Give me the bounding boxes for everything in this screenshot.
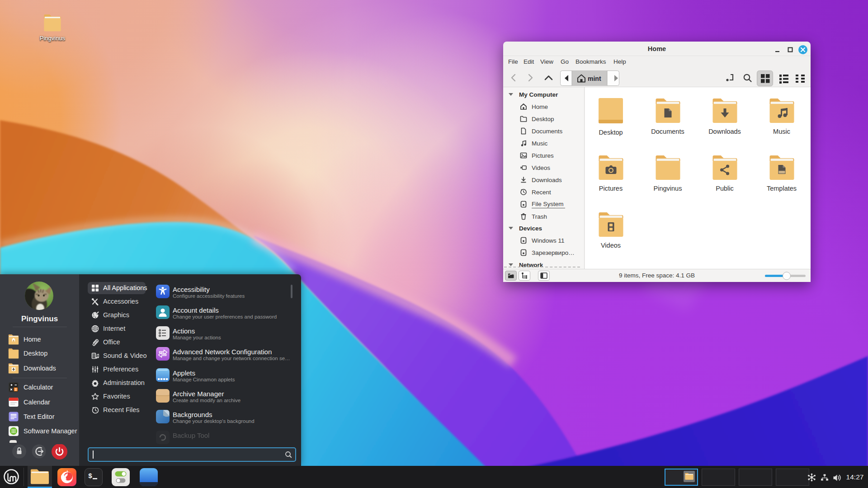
svg-text:$: $ <box>88 473 92 480</box>
svg-text:mint: mint <box>588 75 601 82</box>
